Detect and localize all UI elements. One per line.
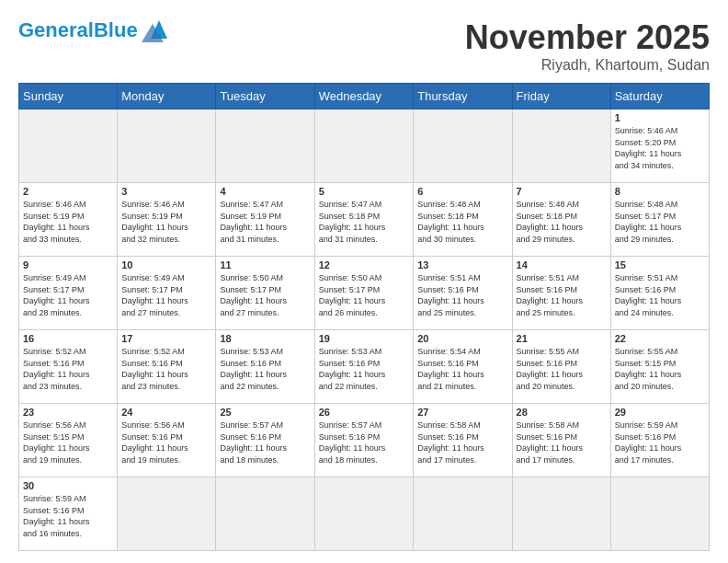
day-info: Sunrise: 5:53 AM Sunset: 5:16 PM Dayligh… [319,346,410,392]
calendar-cell: 29Sunrise: 5:59 AM Sunset: 5:16 PM Dayli… [610,404,709,477]
calendar-cell: 13Sunrise: 5:51 AM Sunset: 5:16 PM Dayli… [414,257,512,330]
day-header-sunday: Sunday [19,84,118,109]
day-number: 26 [319,407,410,418]
day-number: 11 [220,259,310,270]
calendar-cell [216,477,314,551]
day-number: 18 [220,333,310,344]
title-block: November 2025 Riyadh, Khartoum, Sudan [465,18,710,74]
day-info: Sunrise: 5:53 AM Sunset: 5:16 PM Dayligh… [220,346,310,392]
day-info: Sunrise: 5:48 AM Sunset: 5:17 PM Dayligh… [615,199,705,245]
day-number: 15 [615,259,705,270]
day-number: 5 [319,186,410,197]
day-number: 20 [417,333,507,344]
calendar-cell: 28Sunrise: 5:58 AM Sunset: 5:16 PM Dayli… [512,404,610,477]
calendar-cell: 12Sunrise: 5:50 AM Sunset: 5:17 PM Dayli… [314,257,414,330]
calendar-cell [314,109,414,183]
calendar-cell: 24Sunrise: 5:56 AM Sunset: 5:16 PM Dayli… [118,404,216,477]
day-info: Sunrise: 5:47 AM Sunset: 5:19 PM Dayligh… [220,199,310,245]
day-info: Sunrise: 5:47 AM Sunset: 5:18 PM Dayligh… [319,199,410,245]
calendar-table: SundayMondayTuesdayWednesdayThursdayFrid… [18,83,710,551]
day-info: Sunrise: 5:52 AM Sunset: 5:16 PM Dayligh… [121,346,211,392]
day-header-friday: Friday [512,84,610,109]
day-info: Sunrise: 5:55 AM Sunset: 5:16 PM Dayligh… [517,346,607,392]
day-number: 12 [319,259,410,270]
week-row-2: 2Sunrise: 5:46 AM Sunset: 5:19 PM Daylig… [19,183,710,257]
calendar-cell [118,477,216,551]
calendar-cell: 27Sunrise: 5:58 AM Sunset: 5:16 PM Dayli… [414,404,512,477]
day-number: 30 [23,480,113,491]
calendar-cell: 6Sunrise: 5:48 AM Sunset: 5:18 PM Daylig… [414,183,512,257]
day-header-tuesday: Tuesday [216,84,314,109]
calendar-cell [610,477,709,551]
day-info: Sunrise: 5:58 AM Sunset: 5:16 PM Dayligh… [417,419,507,465]
calendar-cell [118,109,216,183]
calendar-cell: 2Sunrise: 5:46 AM Sunset: 5:19 PM Daylig… [19,183,118,257]
day-number: 19 [319,333,410,344]
day-header-saturday: Saturday [610,84,709,109]
day-info: Sunrise: 5:58 AM Sunset: 5:16 PM Dayligh… [517,419,607,465]
calendar-cell: 16Sunrise: 5:52 AM Sunset: 5:16 PM Dayli… [19,330,118,404]
calendar-cell: 8Sunrise: 5:48 AM Sunset: 5:17 PM Daylig… [610,183,709,257]
calendar-cell: 19Sunrise: 5:53 AM Sunset: 5:16 PM Dayli… [314,330,414,404]
day-info: Sunrise: 5:51 AM Sunset: 5:16 PM Dayligh… [517,272,607,318]
day-info: Sunrise: 5:46 AM Sunset: 5:20 PM Dayligh… [615,125,705,171]
day-number: 3 [121,186,211,197]
calendar-cell: 10Sunrise: 5:49 AM Sunset: 5:17 PM Dayli… [118,257,216,330]
calendar-cell [19,109,118,183]
day-info: Sunrise: 5:46 AM Sunset: 5:19 PM Dayligh… [121,199,211,245]
day-info: Sunrise: 5:54 AM Sunset: 5:16 PM Dayligh… [417,346,507,392]
day-number: 25 [220,407,310,418]
calendar-cell: 7Sunrise: 5:48 AM Sunset: 5:18 PM Daylig… [512,183,610,257]
day-info: Sunrise: 5:50 AM Sunset: 5:17 PM Dayligh… [220,272,310,318]
day-info: Sunrise: 5:48 AM Sunset: 5:18 PM Dayligh… [517,199,607,245]
day-info: Sunrise: 5:50 AM Sunset: 5:17 PM Dayligh… [319,272,410,318]
day-number: 9 [23,259,113,270]
day-number: 1 [615,112,705,123]
day-number: 10 [121,259,211,270]
day-header-thursday: Thursday [414,84,512,109]
day-info: Sunrise: 5:59 AM Sunset: 5:16 PM Dayligh… [23,493,113,539]
day-info: Sunrise: 5:56 AM Sunset: 5:16 PM Dayligh… [121,419,211,465]
calendar-cell [512,109,610,183]
week-row-1: 1Sunrise: 5:46 AM Sunset: 5:20 PM Daylig… [19,109,710,183]
calendar-cell: 22Sunrise: 5:55 AM Sunset: 5:15 PM Dayli… [610,330,709,404]
logo: GeneralBlue [18,18,176,42]
calendar-cell: 30Sunrise: 5:59 AM Sunset: 5:16 PM Dayli… [19,477,118,551]
calendar-cell: 9Sunrise: 5:49 AM Sunset: 5:17 PM Daylig… [19,257,118,330]
month-title: November 2025 [465,18,710,57]
day-number: 27 [417,407,507,418]
day-info: Sunrise: 5:46 AM Sunset: 5:19 PM Dayligh… [23,199,113,245]
calendar-cell [314,477,414,551]
day-number: 21 [517,333,607,344]
calendar-cell: 3Sunrise: 5:46 AM Sunset: 5:19 PM Daylig… [118,183,216,257]
week-row-5: 23Sunrise: 5:56 AM Sunset: 5:15 PM Dayli… [19,404,710,477]
calendar-cell: 18Sunrise: 5:53 AM Sunset: 5:16 PM Dayli… [216,330,314,404]
day-number: 6 [417,186,507,197]
day-headers-row: SundayMondayTuesdayWednesdayThursdayFrid… [19,84,710,109]
day-info: Sunrise: 5:51 AM Sunset: 5:16 PM Dayligh… [417,272,507,318]
day-info: Sunrise: 5:51 AM Sunset: 5:16 PM Dayligh… [615,272,705,318]
logo-icon [142,17,176,42]
day-number: 16 [23,333,113,344]
day-header-wednesday: Wednesday [314,84,414,109]
page-header: GeneralBlue November 2025 Riyadh, Kharto… [18,18,710,74]
day-number: 17 [121,333,211,344]
day-info: Sunrise: 5:49 AM Sunset: 5:17 PM Dayligh… [23,272,113,318]
day-number: 28 [517,407,607,418]
calendar-cell [414,109,512,183]
day-number: 13 [417,259,507,270]
calendar-cell: 5Sunrise: 5:47 AM Sunset: 5:18 PM Daylig… [314,183,414,257]
week-row-3: 9Sunrise: 5:49 AM Sunset: 5:17 PM Daylig… [19,257,710,330]
logo-text: GeneralBlue [18,18,138,42]
calendar-cell: 26Sunrise: 5:57 AM Sunset: 5:16 PM Dayli… [314,404,414,477]
day-info: Sunrise: 5:49 AM Sunset: 5:17 PM Dayligh… [121,272,211,318]
calendar-cell [512,477,610,551]
calendar-cell: 21Sunrise: 5:55 AM Sunset: 5:16 PM Dayli… [512,330,610,404]
day-info: Sunrise: 5:52 AM Sunset: 5:16 PM Dayligh… [23,346,113,392]
day-info: Sunrise: 5:57 AM Sunset: 5:16 PM Dayligh… [319,419,410,465]
day-info: Sunrise: 5:57 AM Sunset: 5:16 PM Dayligh… [220,419,310,465]
day-number: 24 [121,407,211,418]
day-number: 22 [615,333,705,344]
calendar-cell: 23Sunrise: 5:56 AM Sunset: 5:15 PM Dayli… [19,404,118,477]
day-info: Sunrise: 5:56 AM Sunset: 5:15 PM Dayligh… [23,419,113,465]
